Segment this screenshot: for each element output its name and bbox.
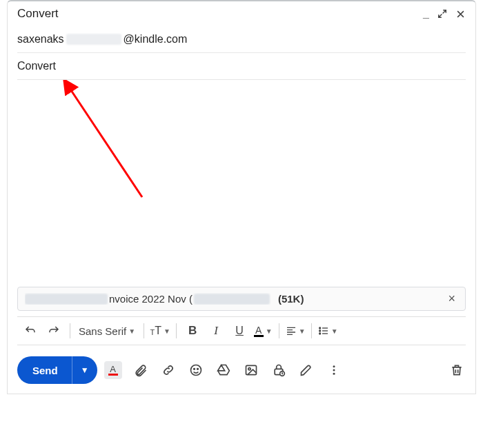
more-options-icon[interactable] xyxy=(325,361,343,379)
svg-point-3 xyxy=(319,333,320,334)
insert-signature-icon[interactable] xyxy=(297,361,315,379)
titlebar: Convert _ xyxy=(8,1,475,26)
attach-file-icon[interactable] xyxy=(132,361,150,379)
annotation-arrow xyxy=(49,80,159,218)
redo-icon[interactable] xyxy=(43,321,64,340)
separator xyxy=(311,323,312,338)
svg-point-2 xyxy=(319,330,320,332)
svg-point-8 xyxy=(248,368,250,370)
caret-down-icon: ▼ xyxy=(164,327,170,335)
send-button[interactable]: Send xyxy=(17,356,72,384)
svg-point-5 xyxy=(193,369,195,370)
insert-emoji-icon[interactable] xyxy=(187,361,205,379)
insert-drive-icon[interactable] xyxy=(215,361,233,379)
separator xyxy=(279,323,279,338)
text-color-button[interactable]: A ▼ xyxy=(253,321,273,340)
to-field[interactable]: saxenaks @kindle.com xyxy=(17,26,466,53)
to-suffix: @kindle.com xyxy=(124,33,188,45)
remove-attachment-icon[interactable]: × xyxy=(445,292,458,306)
italic-button[interactable]: I xyxy=(206,321,226,340)
confidential-mode-icon[interactable] xyxy=(270,361,288,379)
underline-button[interactable]: U xyxy=(229,321,250,340)
svg-line-0 xyxy=(70,88,142,197)
svg-point-11 xyxy=(333,365,335,367)
separator xyxy=(176,323,177,338)
separator xyxy=(144,323,144,338)
text-color-chip-button[interactable]: A xyxy=(104,361,122,379)
font-family-label: Sans Serif xyxy=(79,325,126,337)
attachment-chip[interactable]: nvoice 2022 Nov ( (51K) × xyxy=(17,287,466,311)
list-button[interactable]: ▼ xyxy=(317,321,338,340)
send-options-button[interactable]: ▼ xyxy=(72,356,97,384)
attachment-filename: nvoice 2022 Nov ( (51K) xyxy=(25,293,445,305)
formatting-toolbar: Sans Serif ▼ TT ▼ B I U A ▼ ▼ ▼ xyxy=(17,316,466,345)
insert-photo-icon[interactable] xyxy=(242,361,260,379)
message-body[interactable] xyxy=(8,80,475,287)
attachment-mid: nvoice 2022 Nov ( xyxy=(109,293,193,305)
font-family-select[interactable]: Sans Serif ▼ xyxy=(76,321,138,340)
redacted-segment xyxy=(66,34,121,45)
expand-icon[interactable] xyxy=(437,9,447,19)
to-prefix: saxenaks xyxy=(17,33,64,45)
send-row: Send ▼ A xyxy=(8,352,475,394)
svg-rect-7 xyxy=(246,365,256,374)
minimize-icon[interactable]: _ xyxy=(423,8,429,19)
attachment-size: (51K) xyxy=(278,293,304,305)
bold-button[interactable]: B xyxy=(182,321,203,340)
compose-window: Convert _ saxenaks @kindle.com Convert xyxy=(7,0,476,394)
send-label: Send xyxy=(32,365,58,376)
caret-down-icon: ▼ xyxy=(331,327,338,335)
align-button[interactable]: ▼ xyxy=(285,321,306,340)
font-size-select[interactable]: TT ▼ xyxy=(150,321,170,340)
discard-draft-icon[interactable] xyxy=(448,361,466,379)
caret-down-icon: ▼ xyxy=(266,327,273,335)
caret-down-icon: ▼ xyxy=(128,327,135,335)
undo-icon[interactable] xyxy=(20,321,41,340)
svg-point-1 xyxy=(319,327,320,329)
caret-down-icon: ▼ xyxy=(299,327,306,335)
insert-link-icon[interactable] xyxy=(159,361,177,379)
close-icon[interactable] xyxy=(455,9,466,19)
send-button-group: Send ▼ xyxy=(17,356,97,384)
redacted-segment xyxy=(25,294,108,305)
subject-text: Convert xyxy=(17,60,56,72)
window-title: Convert xyxy=(17,7,59,21)
svg-point-13 xyxy=(333,373,335,375)
subject-field[interactable]: Convert xyxy=(17,53,466,80)
svg-point-4 xyxy=(190,365,201,376)
svg-point-12 xyxy=(333,369,335,371)
svg-point-6 xyxy=(197,369,198,370)
separator xyxy=(70,323,70,338)
redacted-segment xyxy=(194,294,270,305)
